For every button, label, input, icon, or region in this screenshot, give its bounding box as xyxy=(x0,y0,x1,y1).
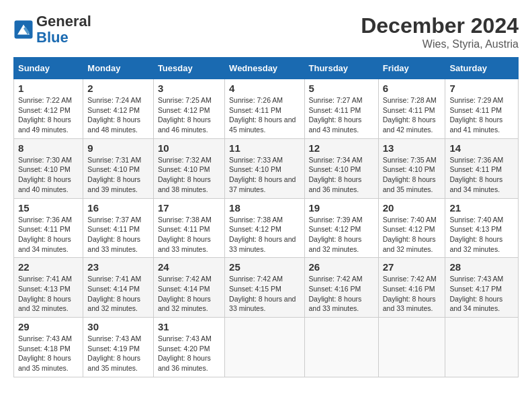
day-number: 17 xyxy=(158,202,220,214)
day-number: 27 xyxy=(383,261,441,273)
calendar-cell: 13 Sunrise: 7:35 AM Sunset: 4:10 PM Dayl… xyxy=(378,138,445,198)
header-thursday: Thursday xyxy=(304,58,378,79)
calendar-cell xyxy=(445,318,519,377)
day-number: 31 xyxy=(158,321,220,332)
day-info: Sunrise: 7:37 AM Sunset: 4:11 PM Dayligh… xyxy=(87,215,149,255)
day-info: Sunrise: 7:36 AM Sunset: 4:11 PM Dayligh… xyxy=(18,215,79,255)
calendar-table: SundayMondayTuesdayWednesdayThursdayFrid… xyxy=(13,57,519,377)
day-info: Sunrise: 7:27 AM Sunset: 4:11 PM Dayligh… xyxy=(309,95,374,135)
day-number: 21 xyxy=(449,202,514,214)
day-info: Sunrise: 7:43 AM Sunset: 4:17 PM Dayligh… xyxy=(449,274,514,314)
day-number: 12 xyxy=(309,142,374,154)
day-number: 18 xyxy=(229,202,300,214)
day-info: Sunrise: 7:30 AM Sunset: 4:10 PM Dayligh… xyxy=(18,155,79,195)
calendar-cell: 22 Sunrise: 7:41 AM Sunset: 4:13 PM Dayl… xyxy=(14,258,83,318)
calendar-cell: 8 Sunrise: 7:30 AM Sunset: 4:10 PM Dayli… xyxy=(14,138,83,198)
day-info: Sunrise: 7:31 AM Sunset: 4:10 PM Dayligh… xyxy=(87,155,149,195)
calendar-cell: 5 Sunrise: 7:27 AM Sunset: 4:11 PM Dayli… xyxy=(304,79,378,139)
calendar-cell: 10 Sunrise: 7:32 AM Sunset: 4:10 PM Dayl… xyxy=(153,138,224,198)
calendar-cell: 6 Sunrise: 7:28 AM Sunset: 4:11 PM Dayli… xyxy=(378,79,445,139)
calendar-cell xyxy=(378,318,445,377)
day-info: Sunrise: 7:40 AM Sunset: 4:12 PM Dayligh… xyxy=(383,215,441,255)
page-header: GeneralBlue December 2024 Wies, Styria, … xyxy=(13,13,519,50)
day-info: Sunrise: 7:41 AM Sunset: 4:14 PM Dayligh… xyxy=(87,274,149,314)
day-info: Sunrise: 7:42 AM Sunset: 4:14 PM Dayligh… xyxy=(158,274,220,314)
day-info: Sunrise: 7:32 AM Sunset: 4:10 PM Dayligh… xyxy=(158,155,220,195)
day-number: 23 xyxy=(87,261,149,273)
day-number: 22 xyxy=(18,261,79,273)
title-block: December 2024 Wies, Styria, Austria xyxy=(361,13,519,50)
calendar-cell: 21 Sunrise: 7:40 AM Sunset: 4:13 PM Dayl… xyxy=(445,198,519,258)
day-info: Sunrise: 7:38 AM Sunset: 4:12 PM Dayligh… xyxy=(229,215,300,255)
day-number: 10 xyxy=(158,142,220,154)
header-saturday: Saturday xyxy=(445,58,519,79)
day-number: 15 xyxy=(18,202,79,214)
day-number: 29 xyxy=(18,321,79,332)
day-info: Sunrise: 7:26 AM Sunset: 4:11 PM Dayligh… xyxy=(229,95,300,135)
header-monday: Monday xyxy=(83,58,154,79)
day-info: Sunrise: 7:43 AM Sunset: 4:18 PM Dayligh… xyxy=(18,334,79,373)
calendar-cell: 31 Sunrise: 7:43 AM Sunset: 4:20 PM Dayl… xyxy=(153,318,224,377)
calendar-header-row: SundayMondayTuesdayWednesdayThursdayFrid… xyxy=(14,58,519,79)
calendar-cell: 9 Sunrise: 7:31 AM Sunset: 4:10 PM Dayli… xyxy=(83,138,154,198)
day-info: Sunrise: 7:43 AM Sunset: 4:19 PM Dayligh… xyxy=(87,334,149,373)
calendar-cell: 23 Sunrise: 7:41 AM Sunset: 4:14 PM Dayl… xyxy=(83,258,154,318)
calendar-cell: 14 Sunrise: 7:36 AM Sunset: 4:11 PM Dayl… xyxy=(445,138,519,198)
day-number: 30 xyxy=(87,321,149,332)
calendar-cell: 29 Sunrise: 7:43 AM Sunset: 4:18 PM Dayl… xyxy=(14,318,83,377)
calendar-cell: 2 Sunrise: 7:24 AM Sunset: 4:12 PM Dayli… xyxy=(83,79,154,139)
day-info: Sunrise: 7:43 AM Sunset: 4:20 PM Dayligh… xyxy=(158,334,220,373)
day-info: Sunrise: 7:29 AM Sunset: 4:11 PM Dayligh… xyxy=(449,95,514,135)
day-info: Sunrise: 7:42 AM Sunset: 4:15 PM Dayligh… xyxy=(229,274,300,314)
day-number: 3 xyxy=(158,83,220,94)
calendar-cell: 26 Sunrise: 7:42 AM Sunset: 4:16 PM Dayl… xyxy=(304,258,378,318)
calendar-week-row: 1 Sunrise: 7:22 AM Sunset: 4:12 PM Dayli… xyxy=(14,79,519,139)
day-info: Sunrise: 7:40 AM Sunset: 4:13 PM Dayligh… xyxy=(449,215,514,255)
day-number: 13 xyxy=(383,142,441,154)
calendar-cell: 3 Sunrise: 7:25 AM Sunset: 4:12 PM Dayli… xyxy=(153,79,224,139)
calendar-cell xyxy=(225,318,304,377)
calendar-cell: 19 Sunrise: 7:39 AM Sunset: 4:12 PM Dayl… xyxy=(304,198,378,258)
day-number: 24 xyxy=(158,261,220,273)
calendar-cell: 4 Sunrise: 7:26 AM Sunset: 4:11 PM Dayli… xyxy=(225,79,304,139)
page-subtitle: Wies, Styria, Austria xyxy=(361,38,519,50)
day-number: 4 xyxy=(229,83,300,94)
calendar-cell: 16 Sunrise: 7:37 AM Sunset: 4:11 PM Dayl… xyxy=(83,198,154,258)
day-info: Sunrise: 7:22 AM Sunset: 4:12 PM Dayligh… xyxy=(18,95,79,135)
calendar-cell: 12 Sunrise: 7:34 AM Sunset: 4:10 PM Dayl… xyxy=(304,138,378,198)
calendar-cell: 1 Sunrise: 7:22 AM Sunset: 4:12 PM Dayli… xyxy=(14,79,83,139)
day-info: Sunrise: 7:36 AM Sunset: 4:11 PM Dayligh… xyxy=(449,155,514,195)
day-info: Sunrise: 7:38 AM Sunset: 4:11 PM Dayligh… xyxy=(158,215,220,255)
day-number: 9 xyxy=(87,142,149,154)
day-number: 6 xyxy=(383,83,441,94)
calendar-week-row: 15 Sunrise: 7:36 AM Sunset: 4:11 PM Dayl… xyxy=(14,198,519,258)
day-number: 1 xyxy=(18,83,79,94)
calendar-week-row: 29 Sunrise: 7:43 AM Sunset: 4:18 PM Dayl… xyxy=(14,318,519,377)
day-number: 19 xyxy=(309,202,374,214)
day-info: Sunrise: 7:41 AM Sunset: 4:13 PM Dayligh… xyxy=(18,274,79,314)
calendar-cell: 20 Sunrise: 7:40 AM Sunset: 4:12 PM Dayl… xyxy=(378,198,445,258)
day-info: Sunrise: 7:24 AM Sunset: 4:12 PM Dayligh… xyxy=(87,95,149,135)
day-number: 28 xyxy=(449,261,514,273)
calendar-cell: 28 Sunrise: 7:43 AM Sunset: 4:17 PM Dayl… xyxy=(445,258,519,318)
calendar-cell: 24 Sunrise: 7:42 AM Sunset: 4:14 PM Dayl… xyxy=(153,258,224,318)
calendar-cell: 7 Sunrise: 7:29 AM Sunset: 4:11 PM Dayli… xyxy=(445,79,519,139)
logo-text: GeneralBlue xyxy=(36,13,91,46)
day-number: 11 xyxy=(229,142,300,154)
day-info: Sunrise: 7:42 AM Sunset: 4:16 PM Dayligh… xyxy=(309,274,374,314)
header-sunday: Sunday xyxy=(14,58,83,79)
calendar-cell: 11 Sunrise: 7:33 AM Sunset: 4:10 PM Dayl… xyxy=(225,138,304,198)
calendar-cell: 15 Sunrise: 7:36 AM Sunset: 4:11 PM Dayl… xyxy=(14,198,83,258)
calendar-week-row: 8 Sunrise: 7:30 AM Sunset: 4:10 PM Dayli… xyxy=(14,138,519,198)
day-number: 26 xyxy=(309,261,374,273)
day-number: 2 xyxy=(87,83,149,94)
calendar-cell: 27 Sunrise: 7:42 AM Sunset: 4:16 PM Dayl… xyxy=(378,258,445,318)
day-info: Sunrise: 7:33 AM Sunset: 4:10 PM Dayligh… xyxy=(229,155,300,195)
day-number: 20 xyxy=(383,202,441,214)
day-number: 14 xyxy=(449,142,514,154)
day-number: 8 xyxy=(18,142,79,154)
header-wednesday: Wednesday xyxy=(225,58,304,79)
logo: GeneralBlue xyxy=(13,13,91,46)
day-info: Sunrise: 7:34 AM Sunset: 4:10 PM Dayligh… xyxy=(309,155,374,195)
calendar-cell: 17 Sunrise: 7:38 AM Sunset: 4:11 PM Dayl… xyxy=(153,198,224,258)
